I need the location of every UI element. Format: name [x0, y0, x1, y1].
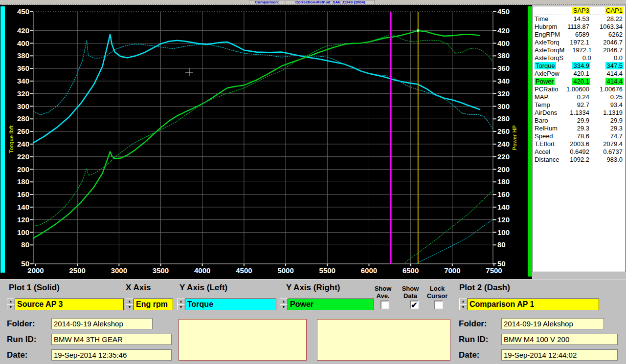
y-axis-right-header: Y Axis (Right)	[286, 283, 340, 293]
y-left-field[interactable]: Torque	[185, 299, 276, 310]
column-header: SAP3	[560, 7, 590, 15]
y-axis-label-left: 100	[7, 229, 29, 236]
table-row-engrpm: EngRPM65896262	[533, 31, 625, 39]
plot2-spinner[interactable]: ▲ ▼	[459, 299, 467, 310]
curve-sap3-torque-plot-1-solid-	[33, 34, 480, 143]
dyno-app-window: Comparison: Correction-Method: SAE J1349…	[0, 0, 626, 364]
table-row-power: Power420.1414.4	[533, 78, 625, 86]
spinner-down-icon[interactable]: ▼	[459, 304, 467, 310]
column-header: CAP1	[590, 7, 624, 15]
table-row-map: MAP0.240.25	[533, 93, 625, 101]
spinner-up-icon[interactable]: ▲	[126, 299, 134, 304]
show-data-checkbox[interactable]: ✔	[410, 300, 419, 309]
y-axis-label-right: 80	[497, 241, 522, 249]
y-axis-label-right: 220	[497, 153, 522, 161]
run1-runid-label: Run ID:	[7, 335, 36, 344]
y-axis-label-right: 140	[497, 203, 522, 211]
y-right-field[interactable]: Power	[288, 299, 374, 310]
table-header-row: SAP3CAP1	[533, 7, 625, 15]
run2-runid-field[interactable]: BMW M4 100 V 200	[501, 334, 618, 345]
run1-date-field[interactable]: 19-Sep-2014 12:35:46	[51, 349, 172, 361]
x-axis-label: 4500	[228, 267, 260, 275]
plot1-header: Plot 1 (Solid)	[9, 283, 60, 293]
y-axis-label-left: 420	[7, 27, 29, 35]
x-axis-label: 7500	[478, 267, 510, 275]
y-axis-label-left: 450	[7, 8, 29, 16]
y-axis-label-right: 320	[497, 90, 522, 98]
show-ave-label: ShowAve.	[370, 285, 396, 300]
spinner-up-icon[interactable]: ▲	[177, 299, 185, 304]
table-row-time: Time14.5328.22	[533, 15, 625, 23]
title-bar: Comparison: Correction-Method: SAE J1349…	[0, 0, 626, 5]
table-row-hubrpm: Hubrpm1118.871063.34	[533, 23, 625, 31]
run2-folder-field[interactable]: 2014-09-19 Alekshop	[501, 318, 604, 329]
lock-cursor-checkbox[interactable]	[434, 300, 443, 309]
y-axis-label-left: 360	[7, 64, 29, 72]
spinner-down-icon[interactable]: ▼	[126, 304, 134, 310]
correction-method-label: Correction-Method: SAE J1349 (2004)	[286, 0, 375, 4]
y-axis-label-right: 100	[497, 229, 522, 236]
plot1-spinner[interactable]: ▲ ▼	[7, 299, 15, 310]
y-axis-label-right: 280	[497, 115, 522, 123]
run1-folder-field[interactable]: 2014-09-19 Alekshop	[51, 318, 153, 329]
spinner-down-icon[interactable]: ▼	[7, 304, 15, 310]
control-panel: Plot 1 (Solid) X Axis Y Axis (Left) Y Ax…	[0, 279, 626, 364]
table-row-temp: Temp92.793.4	[533, 101, 625, 109]
y-axis-label-right: 200	[497, 166, 522, 173]
run1-runid-field[interactable]: BMW M4 3TH GEAR	[51, 334, 172, 345]
data-readout-panel: SAP3CAP1Time14.5328.22Hubrpm1118.871063.…	[532, 5, 626, 279]
y-axis-left-header: Y Axis (Left)	[179, 283, 227, 293]
show-ave-checkbox[interactable]	[380, 300, 389, 309]
x-axis-label: 6500	[395, 267, 426, 275]
run1-comment-box[interactable]	[179, 319, 307, 361]
run1-folder-label: Folder:	[7, 319, 35, 329]
run2-comment-box[interactable]	[317, 319, 450, 361]
spinner-up-icon[interactable]: ▲	[7, 299, 15, 304]
y-axis-label-right: 340	[497, 77, 522, 85]
curve-cap1-torque-run-up-dotted-	[416, 219, 493, 264]
y-axis-left-title: Torque lbft	[8, 107, 15, 171]
data-cursor-marker	[417, 29, 420, 32]
y-axis-label-right: 240	[497, 140, 522, 148]
x-axis-label: 5500	[312, 267, 343, 275]
curve-cap1-power-plot-2-dash-	[33, 34, 492, 226]
power-axis-color-bar	[528, 6, 532, 277]
table-row-airdens: AirDens1.13341.1319	[533, 109, 625, 117]
y-axis-label-right: 160	[497, 191, 522, 198]
y-axis-label-right: 260	[497, 128, 522, 135]
y-axis-label-right: 120	[497, 216, 522, 224]
table-row-axletorq: AxleTorq1972.12046.7	[533, 39, 625, 46]
y-axis-label-left: 80	[7, 241, 29, 249]
spinner-down-icon[interactable]: ▼	[177, 304, 185, 310]
x-axis-field[interactable]: Eng rpm	[134, 299, 173, 310]
x-axis-label: 3500	[145, 267, 177, 275]
y-axis-label-right: 400	[497, 40, 522, 47]
lock-cursor-label: LockCursor	[420, 285, 455, 300]
spinner-up-icon[interactable]: ▲	[459, 299, 467, 304]
plot2-header: Plot 2 (Dash)	[459, 283, 510, 293]
y-axis-label-left: 320	[7, 90, 29, 98]
run2-date-field[interactable]: 19-Sep-2014 12:44:02	[501, 349, 618, 361]
table-row-axletorqs: AxleTorqS0.00.0	[533, 54, 625, 62]
chart-region: 4504504204204004003803803603603403403203…	[0, 5, 532, 279]
y-right-spinner[interactable]: ▲ ▼	[280, 299, 288, 310]
x-axis-label: 4000	[187, 267, 218, 275]
run2-date-label: Date:	[459, 350, 480, 360]
x-axis-header: X Axis	[126, 283, 151, 293]
y-axis-label-left: 120	[7, 216, 29, 224]
run2-folder-label: Folder:	[459, 319, 487, 329]
dyno-plot[interactable]	[0, 5, 532, 279]
spinner-up-icon[interactable]: ▲	[280, 299, 288, 304]
plot2-comparison-field[interactable]: Comparison AP 1	[467, 299, 599, 310]
comparison-label: Comparison:	[249, 0, 285, 4]
plot1-source-field[interactable]: Source AP 3	[15, 299, 124, 310]
y-axis-label-right: 380	[497, 52, 522, 60]
y-axis-right-title: Power HP	[511, 106, 518, 170]
y-axis-label-left: 140	[7, 203, 29, 211]
spinner-down-icon[interactable]: ▼	[280, 304, 288, 310]
y-left-spinner[interactable]: ▲ ▼	[177, 299, 185, 310]
x-axis-spinner[interactable]: ▲ ▼	[126, 299, 134, 310]
main-content: 4504504204204004003803803603603403403203…	[0, 5, 626, 279]
table-row-axlepow: AxlePow420.1414.4	[533, 70, 625, 78]
table-row-pcratio: PCRatio1.006001.00676	[533, 86, 625, 93]
